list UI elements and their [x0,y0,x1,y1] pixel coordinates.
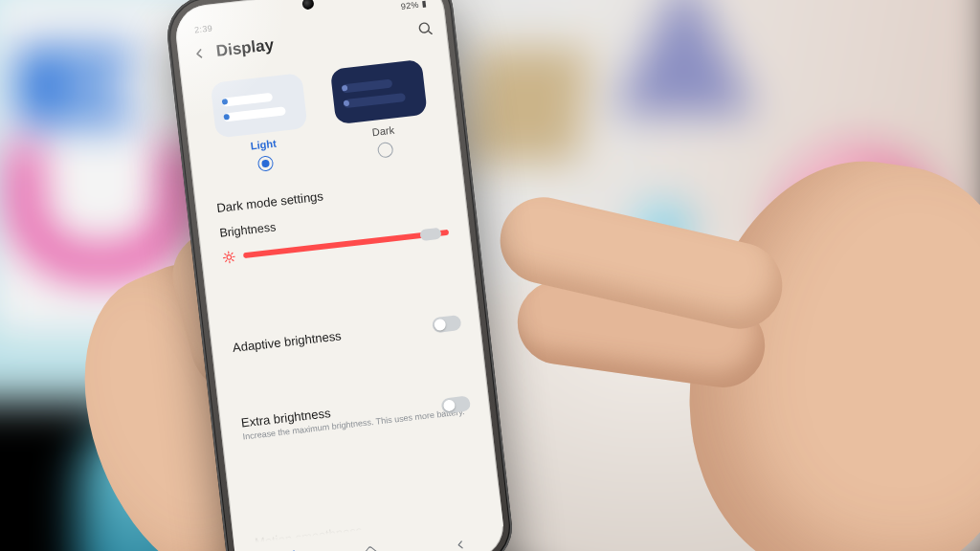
sun-icon [222,249,244,264]
brightness-thumb[interactable] [419,228,441,241]
nav-home-icon[interactable] [362,545,381,551]
svg-point-2 [227,254,232,259]
label-dark-mode-settings: Dark mode settings [216,188,324,215]
nav-back-icon[interactable] [453,538,467,551]
theme-chooser: Light Dark [181,52,460,179]
radio-dark[interactable] [377,142,394,159]
theme-preview-light [211,73,308,138]
radio-light[interactable] [257,155,275,172]
svg-line-1 [429,31,433,34]
svg-line-9 [226,260,227,261]
search-icon[interactable] [416,19,434,37]
theme-label-dark: Dark [337,120,430,142]
row-adaptive-brightness[interactable]: Adaptive brightness [210,300,482,370]
back-icon[interactable] [190,45,208,62]
theme-option-light[interactable]: Light [211,73,312,176]
theme-preview-dark [330,59,428,124]
svg-line-8 [233,259,234,260]
svg-line-10 [232,253,233,253]
theme-option-dark[interactable]: Dark [330,59,432,163]
svg-line-7 [225,253,226,254]
toggle-adaptive[interactable] [432,314,462,332]
theme-label-light: Light [217,134,310,156]
row-extra-brightness[interactable]: Extra brightness Increase the maximum br… [218,375,492,457]
label-adaptive: Adaptive brightness [232,328,342,355]
